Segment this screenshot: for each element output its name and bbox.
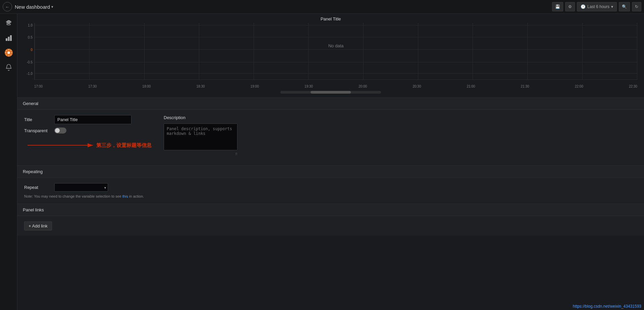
title-input[interactable] [54, 115, 131, 124]
scrollbar-track[interactable] [280, 91, 381, 94]
x-label-2130: 21:30 [521, 85, 529, 88]
description-textarea[interactable] [164, 123, 237, 150]
settings-icon: ⚙ [568, 4, 572, 9]
top-bar-left: ← New dashboard ▾ [3, 2, 53, 11]
title-caret[interactable]: ▾ [51, 5, 53, 9]
bell-icon [5, 64, 12, 71]
repeat-note: Note: You may need to change the variabl… [24, 194, 637, 198]
time-range-caret: ▾ [611, 4, 613, 9]
x-label-2030: 20:30 [413, 85, 421, 88]
annotation-text: 第三步，设置标题等信息 [96, 142, 152, 149]
gear-active-icon [4, 48, 13, 57]
repeat-note-suffix: in action. [129, 194, 144, 198]
back-button[interactable]: ← [3, 2, 12, 11]
svg-point-9 [7, 51, 10, 54]
content-area: Panel Title 1.0 0.5 0 -0.5 -1.0 [17, 14, 644, 310]
form-right: Description ⠿ [164, 115, 237, 156]
resize-handle[interactable]: ⠿ [164, 152, 237, 156]
dashboard-title-text: New dashboard [15, 4, 50, 10]
y-label-0-5: 0.5 [21, 35, 33, 39]
form-row: Title Transparent [24, 115, 637, 156]
x-label-1800: 18:00 [142, 85, 151, 88]
clock-icon: 🕐 [581, 4, 586, 9]
chart-title: Panel Title [17, 14, 644, 23]
repeat-select-wrapper: ▾ [54, 183, 108, 192]
repeating-section: Repeat ▾ Note: You may need to change th… [17, 178, 644, 204]
main-layout: Panel Title 1.0 0.5 0 -0.5 -1.0 [0, 14, 644, 310]
transparent-label: Transparent [24, 128, 51, 133]
scrollbar-area [17, 90, 644, 95]
general-section-header[interactable]: General [17, 98, 644, 110]
repeating-section-title: Repeating [23, 169, 43, 174]
settings-button[interactable]: ⚙ [565, 2, 575, 11]
repeat-label: Repeat [24, 185, 51, 190]
x-label-2230: 22:30 [629, 85, 637, 88]
svg-point-4 [7, 24, 10, 25]
sidebar-item-settings[interactable] [2, 46, 15, 59]
sidebar-item-bell[interactable] [2, 61, 15, 74]
general-section-title: General [23, 101, 38, 106]
repeat-row: Repeat ▾ [24, 183, 637, 192]
x-label-2200: 22:00 [575, 85, 583, 88]
add-link-button[interactable]: + Add link [24, 221, 52, 230]
panel-links-section-title: Panel links [23, 207, 44, 212]
y-label-1-0: 1.0 [21, 23, 33, 27]
chart-bar-icon [5, 34, 12, 42]
top-bar: ← New dashboard ▾ 💾 ⚙ 🕐 Last 6 hours ▾ 🔍… [0, 0, 644, 14]
y-label-neg-1-0: -1.0 [21, 72, 33, 75]
save-icon: 💾 [555, 4, 560, 9]
x-label-1930: 19:30 [305, 85, 313, 88]
scrollbar-thumb[interactable] [311, 91, 351, 94]
transparent-toggle-wrapper [54, 127, 66, 134]
chart-panel: Panel Title 1.0 0.5 0 -0.5 -1.0 [17, 14, 644, 98]
add-link-label: + Add link [29, 223, 48, 228]
url-bar[interactable]: https://blog.csdn.net/weixin_43431593 [570, 303, 644, 310]
search-icon: 🔍 [622, 4, 627, 9]
sidebar-item-layers[interactable] [2, 16, 15, 30]
form-left: Title Transparent [24, 115, 158, 154]
repeat-note-link[interactable]: this [122, 194, 128, 198]
x-label-2100: 21:00 [467, 85, 475, 88]
y-label-0: 0 [21, 48, 33, 51]
svg-rect-6 [8, 37, 9, 41]
sidebar [0, 14, 17, 310]
x-label-1730: 17:30 [88, 85, 97, 88]
x-label-2000: 20:00 [359, 85, 367, 88]
title-field: Title [24, 115, 158, 124]
refresh-button[interactable]: ↻ [632, 2, 641, 11]
general-section: Title Transparent [17, 110, 644, 166]
panel-links-section: + Add link [17, 216, 644, 236]
svg-rect-7 [10, 36, 11, 41]
search-button[interactable]: 🔍 [619, 2, 630, 11]
time-range-label: Last 6 hours [587, 4, 609, 9]
save-button[interactable]: 💾 [552, 2, 563, 11]
annotation-arrow [24, 139, 98, 152]
no-data-text: No data [328, 43, 344, 48]
repeat-note-text: Note: You may need to change the variabl… [24, 194, 122, 198]
svg-rect-5 [6, 39, 7, 41]
svg-point-2 [7, 21, 10, 23]
toggle-knob [55, 128, 60, 133]
sidebar-item-chart[interactable] [2, 31, 15, 45]
time-range-button[interactable]: 🕐 Last 6 hours ▾ [577, 2, 617, 11]
refresh-icon: ↻ [635, 4, 638, 9]
repeating-section-header[interactable]: Repeating [17, 166, 644, 178]
description-label: Description [164, 115, 237, 120]
layers-icon [5, 19, 12, 27]
y-label-neg-0-5: -0.5 [21, 60, 33, 64]
title-label: Title [24, 117, 51, 122]
top-bar-right: 💾 ⚙ 🕐 Last 6 hours ▾ 🔍 ↻ [552, 2, 641, 11]
transparent-toggle[interactable] [54, 127, 66, 134]
transparent-field: Transparent [24, 127, 158, 134]
back-icon: ← [5, 4, 9, 9]
x-label-1900: 19:00 [251, 85, 259, 88]
x-label-1700: 17:00 [34, 85, 43, 88]
repeat-select[interactable] [54, 183, 108, 192]
panel-links-section-header[interactable]: Panel links [17, 204, 644, 216]
chart-area: 1.0 0.5 0 -0.5 -1.0 [21, 23, 641, 88]
x-label-1830: 18:30 [197, 85, 205, 88]
settings-panel: General Title Transparent [17, 98, 644, 310]
dashboard-title: New dashboard ▾ [15, 4, 53, 10]
